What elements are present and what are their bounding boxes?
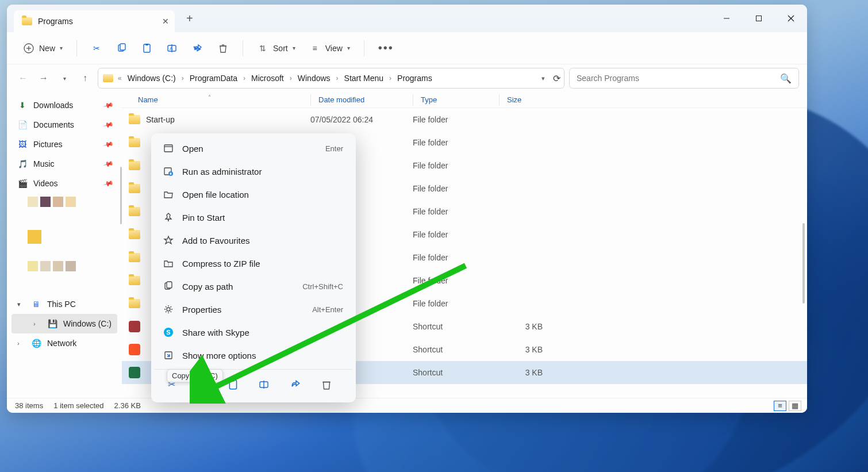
- breadcrumb-item[interactable]: Programs: [394, 71, 436, 85]
- folder-icon: [129, 276, 140, 285]
- breadcrumb-item[interactable]: Windows: [294, 71, 334, 85]
- ctx-paste-button[interactable]: [222, 374, 244, 396]
- breadcrumb-item[interactable]: Windows (C:): [124, 71, 179, 85]
- sidebar-item-network[interactable]: ›🌐Network: [11, 333, 117, 353]
- file-row[interactable]: Start-up07/05/2022 06:24File folder: [122, 108, 807, 131]
- new-tab-button[interactable]: +: [180, 9, 199, 29]
- ctx-item-props[interactable]: PropertiesAlt+Enter: [155, 298, 352, 321]
- column-type[interactable]: Type: [413, 95, 499, 104]
- sidebar-item-videos[interactable]: 🎬Videos📌: [11, 174, 117, 193]
- paste-button[interactable]: [136, 38, 159, 59]
- back-button[interactable]: ←: [15, 70, 31, 86]
- search-input[interactable]: [577, 74, 792, 83]
- refresh-button[interactable]: ⟳: [553, 73, 560, 84]
- copy-button[interactable]: [110, 38, 133, 59]
- maximize-button[interactable]: [743, 5, 775, 32]
- sidebar-item-drive-c[interactable]: ›💾Windows (C:): [11, 314, 117, 333]
- pictures-icon: 🖼: [17, 139, 28, 149]
- rename-button[interactable]: A: [161, 38, 184, 59]
- file-size: 3 KB: [499, 368, 556, 377]
- pin-icon: 📌: [103, 158, 114, 170]
- column-date[interactable]: Date modified: [310, 95, 413, 104]
- column-name[interactable]: Name˄: [122, 95, 310, 104]
- drive-icon: 💾: [47, 318, 57, 329]
- sidebar-item-documents[interactable]: 📄Documents📌: [11, 115, 117, 135]
- ctx-share-button[interactable]: [285, 374, 306, 396]
- ctx-rename-button[interactable]: [254, 374, 275, 396]
- star-icon: [163, 235, 174, 246]
- sidebar-item-downloads[interactable]: ⬇Downloads📌: [11, 95, 117, 115]
- file-type: File folder: [413, 253, 499, 262]
- trash-icon: [217, 43, 229, 54]
- sort-indicator-icon: ˄: [208, 94, 211, 101]
- share-icon: [290, 379, 301, 390]
- breadcrumb-item[interactable]: Start Menu: [341, 71, 387, 85]
- document-icon: 📄: [17, 120, 28, 130]
- sidebar-item-this-pc[interactable]: ▾🖥This PC: [11, 294, 117, 314]
- paste-icon: [228, 379, 239, 390]
- new-button[interactable]: New ▾: [17, 38, 68, 59]
- videos-icon: 🎬: [17, 178, 28, 189]
- minimize-button[interactable]: [710, 5, 743, 32]
- folder-icon: [129, 253, 140, 262]
- address-row: ← → ▾ ↑ « Windows (C:)› ProgramData› Mic…: [7, 64, 807, 92]
- close-tab-icon[interactable]: ✕: [162, 17, 169, 26]
- share-button[interactable]: [186, 38, 209, 59]
- folder-icon: [129, 115, 140, 124]
- ctx-item-pin[interactable]: Pin to Start: [155, 206, 352, 229]
- delete-button[interactable]: [212, 38, 235, 59]
- breadcrumb-overflow[interactable]: «: [117, 74, 123, 82]
- ctx-item-path[interactable]: Copy as pathCtrl+Shift+C: [155, 275, 352, 298]
- status-bar: 38 items 1 item selected 2.36 KB ≡ ▦: [7, 398, 807, 413]
- file-type: Shortcut: [413, 345, 499, 354]
- folder-icon: [103, 74, 113, 82]
- file-type: Shortcut: [413, 368, 499, 377]
- svg-text:A: A: [170, 46, 173, 51]
- svg-line-3: [788, 16, 794, 21]
- more-button[interactable]: •••: [372, 38, 400, 59]
- search-box[interactable]: 🔍: [569, 68, 799, 89]
- svg-line-2: [788, 16, 794, 21]
- chevron-down-icon[interactable]: ▾: [541, 75, 545, 82]
- view-icon: ≡: [309, 43, 321, 54]
- ctx-item-more[interactable]: Show more options: [155, 344, 352, 367]
- breadcrumb[interactable]: « Windows (C:)› ProgramData› Microsoft› …: [98, 68, 564, 89]
- tab-programs[interactable]: Programs ✕: [14, 10, 175, 32]
- up-button[interactable]: ↑: [77, 70, 93, 86]
- chevron-right-icon: ›: [17, 340, 25, 347]
- ctx-item-admin[interactable]: Run as administrator: [155, 160, 352, 183]
- toolbar: New ▾ ✂ A ⇅ Sort ▾ ≡ View ▾ •••: [7, 32, 807, 64]
- sidebar-item-pictures[interactable]: 🖼Pictures📌: [11, 135, 117, 154]
- file-type: File folder: [413, 207, 499, 216]
- sort-button[interactable]: ⇅ Sort ▾: [251, 38, 301, 59]
- ctx-item-folderopen[interactable]: Open file location: [155, 183, 352, 206]
- sidebar-item-music[interactable]: 🎵Music📌: [11, 154, 117, 174]
- ctx-item-zip[interactable]: Compress to ZIP file: [155, 252, 352, 275]
- folder-icon: [129, 299, 140, 308]
- forward-button[interactable]: →: [36, 70, 52, 86]
- view-button[interactable]: ≡ View ▾: [304, 38, 356, 59]
- titlebar[interactable]: Programs ✕ +: [7, 5, 807, 32]
- breadcrumb-item[interactable]: ProgramData: [186, 71, 241, 85]
- access-icon: [129, 321, 140, 332]
- sidebar-thumbnails: [11, 250, 117, 277]
- scrollbar[interactable]: [802, 223, 805, 304]
- details-view-toggle[interactable]: ≡: [774, 401, 786, 411]
- ctx-item-label: Open: [182, 144, 203, 154]
- file-size: 3 KB: [499, 345, 556, 354]
- thumbnails-view-toggle[interactable]: ▦: [789, 401, 801, 411]
- recent-locations-button[interactable]: ▾: [56, 70, 72, 86]
- zip-icon: [163, 258, 174, 269]
- close-window-button[interactable]: [775, 5, 807, 32]
- ctx-shortcut: Alt+Enter: [312, 305, 343, 314]
- ctx-item-star[interactable]: Add to Favourites: [155, 229, 352, 252]
- column-size[interactable]: Size: [499, 95, 556, 104]
- ctx-item-skype[interactable]: SShare with Skype: [155, 321, 352, 344]
- cut-button[interactable]: ✂: [85, 38, 108, 59]
- skype-icon: S: [163, 327, 174, 338]
- ctx-item-open[interactable]: OpenEnter: [155, 137, 352, 160]
- ctx-item-label: Run as administrator: [182, 167, 262, 176]
- chevron-down-icon: ▾: [60, 45, 63, 51]
- breadcrumb-item[interactable]: Microsoft: [248, 71, 287, 85]
- ctx-delete-button[interactable]: [316, 374, 337, 396]
